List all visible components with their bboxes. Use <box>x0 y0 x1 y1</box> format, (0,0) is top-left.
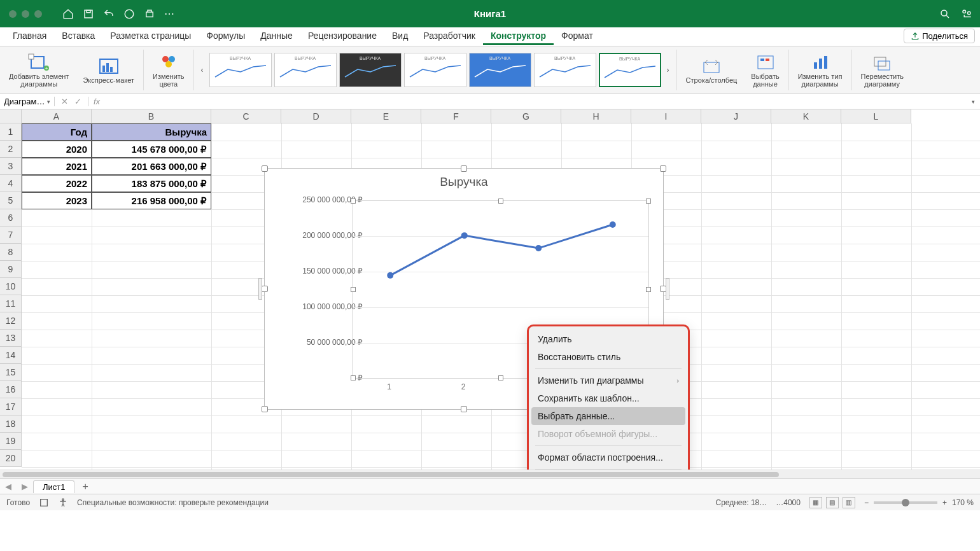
switch-row-column-button[interactable]: Строка/столбец <box>681 46 743 94</box>
col-header[interactable]: F <box>421 109 491 123</box>
row-header[interactable]: 2 <box>0 141 22 158</box>
share-button[interactable]: Поделиться <box>904 29 975 43</box>
save-icon[interactable] <box>83 8 94 20</box>
row-header[interactable]: 7 <box>0 227 22 244</box>
expand-formula-bar-icon[interactable]: ▾ <box>967 99 980 105</box>
row-header[interactable]: 4 <box>0 175 22 192</box>
row-header[interactable]: 13 <box>0 330 22 347</box>
table-header-cell[interactable]: Год <box>22 123 92 141</box>
row-header[interactable]: 6 <box>0 209 22 227</box>
context-menu-item[interactable]: Удалить <box>529 330 688 348</box>
zoom-icon[interactable] <box>34 10 42 18</box>
minimize-icon[interactable] <box>22 10 29 18</box>
col-header[interactable]: J <box>701 109 771 123</box>
horizontal-scrollbar[interactable] <box>0 470 980 478</box>
col-header[interactable]: D <box>281 109 351 123</box>
tab-8[interactable]: Конструктор <box>483 28 554 45</box>
home-icon[interactable] <box>62 8 74 20</box>
zoom-percent[interactable]: 170 % <box>952 498 974 507</box>
row-header[interactable]: 11 <box>0 295 22 312</box>
search-icon[interactable] <box>939 8 951 20</box>
tab-9[interactable]: Формат <box>554 28 601 45</box>
close-icon[interactable] <box>9 10 17 18</box>
zoom-slider[interactable] <box>874 501 937 504</box>
row-header[interactable]: 3 <box>0 158 22 175</box>
tab-0[interactable]: Главная <box>5 28 54 45</box>
chart-style-7-selected[interactable]: ВЫРУЧКА <box>599 53 661 87</box>
row-header[interactable]: 5 <box>0 192 22 209</box>
table-cell[interactable]: 183 875 000,00 ₽ <box>92 175 211 192</box>
row-header[interactable]: 20 <box>0 450 22 467</box>
move-chart-button[interactable]: Переместить диаграмму <box>856 46 909 94</box>
row-header[interactable]: 15 <box>0 364 22 381</box>
chart-style-2[interactable]: ВЫРУЧКА <box>274 53 337 87</box>
table-cell[interactable]: 201 663 000,00 ₽ <box>92 158 211 175</box>
chart-style-4[interactable]: ВЫРУЧКА <box>404 53 466 87</box>
context-menu-item[interactable]: Изменить тип диаграммы› <box>529 372 688 389</box>
page-break-view-button[interactable]: ▥ <box>843 497 855 508</box>
chart-side-handle[interactable] <box>666 278 669 300</box>
row-header[interactable]: 18 <box>0 415 22 433</box>
table-cell[interactable]: 2023 <box>22 192 92 209</box>
col-header[interactable]: C <box>211 109 281 123</box>
sheet-next-button[interactable]: ▶ <box>17 482 33 491</box>
table-cell[interactable]: 2022 <box>22 175 92 192</box>
chart-title[interactable]: Выручка <box>265 169 663 193</box>
name-box[interactable]: Диаграм…▾ <box>0 97 55 106</box>
row-header[interactable]: 8 <box>0 244 22 261</box>
context-menu-item[interactable]: Восстановить стиль <box>529 348 688 366</box>
row-header[interactable]: 14 <box>0 347 22 364</box>
more-icon[interactable]: ⋯ <box>164 8 174 20</box>
cancel-formula-icon[interactable]: ✕ <box>61 97 68 106</box>
change-colors-button[interactable]: Изменить цвета <box>148 46 190 94</box>
context-menu-item[interactable]: Формат области построения... <box>529 449 688 466</box>
zoom-in-button[interactable]: + <box>942 498 947 507</box>
resize-handle[interactable] <box>262 165 268 172</box>
print-icon[interactable] <box>144 8 155 20</box>
col-header[interactable]: K <box>771 109 841 123</box>
zoom-out-button[interactable]: − <box>864 498 869 507</box>
chart-style-5[interactable]: ВЫРУЧКА <box>469 53 531 87</box>
select-all-cell[interactable] <box>0 109 22 123</box>
table-cell[interactable]: 2020 <box>22 141 92 158</box>
context-menu-item[interactable]: Сохранить как шаблон... <box>529 389 688 407</box>
resize-handle[interactable] <box>262 406 268 412</box>
resize-handle[interactable] <box>461 406 467 412</box>
row-header[interactable]: 16 <box>0 381 22 398</box>
add-sheet-button[interactable]: + <box>74 481 95 492</box>
styles-prev-button[interactable]: ‹ <box>198 53 207 87</box>
styles-next-button[interactable]: › <box>664 53 673 87</box>
row-header[interactable]: 1 <box>0 123 22 141</box>
row-header[interactable]: 12 <box>0 312 22 330</box>
row-header[interactable]: 9 <box>0 261 22 278</box>
tab-6[interactable]: Вид <box>384 28 416 45</box>
change-chart-type-button[interactable]: Изменить тип диаграммы <box>793 46 848 94</box>
tab-2[interactable]: Разметка страницы <box>102 28 199 45</box>
express-layout-button[interactable]: Экспресс-макет <box>78 46 139 94</box>
select-data-button[interactable]: Выбрать данные <box>746 46 784 94</box>
confirm-formula-icon[interactable]: ✓ <box>74 97 81 106</box>
tab-4[interactable]: Данные <box>253 28 300 45</box>
context-menu-item[interactable]: Выбрать данные... <box>531 407 685 425</box>
undo-icon[interactable] <box>103 8 115 20</box>
table-header-cell[interactable]: Выручка <box>92 123 211 141</box>
row-header[interactable]: 10 <box>0 278 22 295</box>
col-header[interactable]: I <box>631 109 701 123</box>
sheet-prev-button[interactable]: ◀ <box>0 482 17 491</box>
row-header[interactable]: 17 <box>0 398 22 415</box>
chart-style-3[interactable]: ВЫРУЧКА <box>339 53 402 87</box>
col-header[interactable]: H <box>561 109 631 123</box>
row-header[interactable]: 19 <box>0 433 22 450</box>
sheet-tab[interactable]: Лист1 <box>33 480 74 493</box>
add-chart-element-button[interactable]: + Добавить элемент диаграммы <box>4 46 74 94</box>
macro-icon[interactable] <box>39 498 49 508</box>
col-header[interactable]: E <box>351 109 421 123</box>
resize-handle[interactable] <box>660 165 666 172</box>
normal-view-button[interactable]: ▦ <box>809 497 822 508</box>
col-header[interactable]: L <box>841 109 911 123</box>
chart-side-handle[interactable] <box>258 278 262 300</box>
resize-handle[interactable] <box>461 165 467 172</box>
page-layout-view-button[interactable]: ▤ <box>826 497 839 508</box>
col-header[interactable]: B <box>92 109 211 123</box>
tab-7[interactable]: Разработчик <box>416 28 483 45</box>
